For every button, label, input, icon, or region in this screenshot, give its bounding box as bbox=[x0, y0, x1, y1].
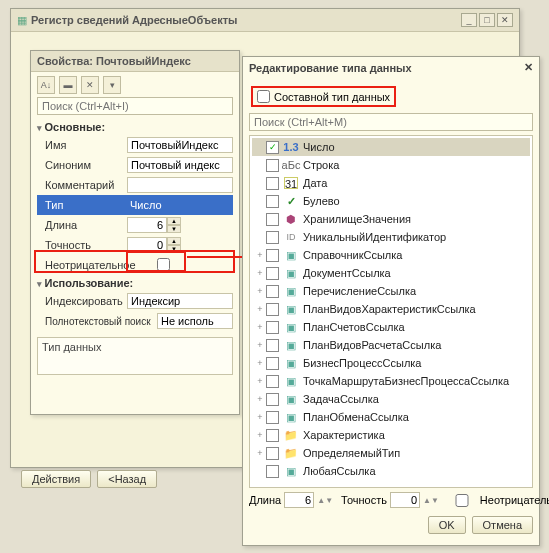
properties-window: Свойства: ПочтовыйИндекс A↓ ▬ ✕ ▾ Основн… bbox=[30, 50, 240, 415]
expander-icon[interactable]: + bbox=[254, 376, 266, 386]
dlg-search-input[interactable] bbox=[249, 113, 533, 131]
input-dlg-precision[interactable] bbox=[390, 492, 420, 508]
type-label: ПланВидовРасчетаСсылка bbox=[303, 339, 528, 351]
expander-icon[interactable]: + bbox=[254, 412, 266, 422]
input-length[interactable] bbox=[127, 217, 167, 233]
dlg-close-icon[interactable]: ✕ bbox=[524, 61, 533, 74]
type-checkbox[interactable] bbox=[266, 195, 279, 208]
type-label: Строка bbox=[303, 159, 528, 171]
back-button[interactable]: <Назад bbox=[97, 470, 157, 488]
type-checkbox[interactable] bbox=[266, 465, 279, 478]
type-item-13[interactable]: +▣ТочкаМаршрутаБизнесПроцессаСсылка bbox=[252, 372, 530, 390]
expander-icon[interactable]: + bbox=[254, 250, 266, 260]
close-icon[interactable]: ✕ bbox=[81, 76, 99, 94]
minimize-button[interactable]: _ bbox=[461, 13, 477, 27]
type-checkbox[interactable] bbox=[266, 213, 279, 226]
filter-button[interactable]: ▬ bbox=[59, 76, 77, 94]
type-checkbox[interactable] bbox=[266, 339, 279, 352]
type-item-5[interactable]: IDУникальныйИдентификатор bbox=[252, 228, 530, 246]
input-synonym[interactable] bbox=[127, 157, 233, 173]
type-item-11[interactable]: +▣ПланВидовРасчетаСсылка bbox=[252, 336, 530, 354]
type-label: ДокументСсылка bbox=[303, 267, 528, 279]
label-synonym: Синоним bbox=[37, 159, 127, 171]
expander-icon[interactable]: + bbox=[254, 286, 266, 296]
prop-type[interactable]: Тип Число bbox=[37, 195, 233, 215]
type-checkbox[interactable] bbox=[266, 303, 279, 316]
input-name[interactable] bbox=[127, 137, 233, 153]
prop-precision: Точность ▲▼ bbox=[37, 235, 233, 255]
search-input[interactable] bbox=[37, 97, 233, 115]
maximize-button[interactable]: □ bbox=[479, 13, 495, 27]
type-checkbox[interactable] bbox=[266, 159, 279, 172]
type-checkbox[interactable] bbox=[266, 357, 279, 370]
type-item-18[interactable]: ▣ЛюбаяСсылка bbox=[252, 462, 530, 480]
type-checkbox[interactable] bbox=[266, 411, 279, 424]
type-item-14[interactable]: +▣ЗадачаСсылка bbox=[252, 390, 530, 408]
type-item-7[interactable]: +▣ДокументСсылка bbox=[252, 264, 530, 282]
expander-icon[interactable]: + bbox=[254, 268, 266, 278]
type-item-12[interactable]: +▣БизнесПроцессСсылка bbox=[252, 354, 530, 372]
spin-down-2[interactable]: ▼ bbox=[167, 245, 181, 253]
type-checkbox[interactable] bbox=[266, 375, 279, 388]
type-checkbox[interactable] bbox=[266, 249, 279, 262]
type-item-1[interactable]: aБcСтрока bbox=[252, 156, 530, 174]
close-button[interactable]: ✕ bbox=[497, 13, 513, 27]
input-index[interactable] bbox=[127, 293, 233, 309]
type-item-17[interactable]: +📁ОпределяемыйТип bbox=[252, 444, 530, 462]
type-item-6[interactable]: +▣СправочникСсылка bbox=[252, 246, 530, 264]
type-checkbox[interactable] bbox=[266, 393, 279, 406]
spin-up[interactable]: ▲ bbox=[167, 217, 181, 225]
type-icon: ⬢ bbox=[283, 212, 299, 226]
spin-up-2[interactable]: ▲ bbox=[167, 237, 181, 245]
expander-icon[interactable]: + bbox=[254, 322, 266, 332]
type-item-9[interactable]: +▣ПланВидовХарактеристикСсылка bbox=[252, 300, 530, 318]
type-checkbox[interactable] bbox=[266, 285, 279, 298]
check-dlg-nonneg[interactable] bbox=[447, 494, 477, 507]
expander-icon[interactable]: + bbox=[254, 340, 266, 350]
type-icon: aБc bbox=[283, 158, 299, 172]
type-icon: 📁 bbox=[283, 428, 299, 442]
expander-icon[interactable]: + bbox=[254, 394, 266, 404]
input-fulltext[interactable] bbox=[157, 313, 233, 329]
main-title: Регистр сведений АдресныеОбъекты bbox=[31, 14, 461, 26]
input-dlg-length[interactable] bbox=[284, 492, 314, 508]
type-item-10[interactable]: +▣ПланСчетовСсылка bbox=[252, 318, 530, 336]
type-item-2[interactable]: 31Дата bbox=[252, 174, 530, 192]
type-item-15[interactable]: +▣ПланОбменаСсылка bbox=[252, 408, 530, 426]
type-item-16[interactable]: +📁Характеристика bbox=[252, 426, 530, 444]
type-item-0[interactable]: ✓1.3Число bbox=[252, 138, 530, 156]
type-item-3[interactable]: ✓Булево bbox=[252, 192, 530, 210]
section-usage[interactable]: Использование: bbox=[37, 275, 233, 291]
type-checkbox[interactable] bbox=[266, 429, 279, 442]
check-compound[interactable] bbox=[257, 90, 270, 103]
ok-button[interactable]: OK bbox=[428, 516, 466, 534]
type-checkbox[interactable] bbox=[266, 177, 279, 190]
input-precision[interactable] bbox=[127, 237, 167, 253]
type-icon: ✓ bbox=[283, 194, 299, 208]
check-nonneg[interactable] bbox=[157, 258, 170, 271]
type-checkbox[interactable] bbox=[266, 231, 279, 244]
label-precision: Точность bbox=[37, 239, 127, 251]
type-label: ОпределяемыйТип bbox=[303, 447, 528, 459]
input-comment[interactable] bbox=[127, 177, 233, 193]
type-checkbox[interactable] bbox=[266, 321, 279, 334]
spin-down[interactable]: ▼ bbox=[167, 225, 181, 233]
sort-button[interactable]: A↓ bbox=[37, 76, 55, 94]
value-type: Число bbox=[127, 199, 233, 211]
actions-button[interactable]: Действия bbox=[21, 470, 91, 488]
expander-icon[interactable]: + bbox=[254, 358, 266, 368]
type-tree[interactable]: ✓1.3ЧислоaБcСтрока31Дата✓Булево⬢Хранилищ… bbox=[249, 135, 533, 488]
dropdown-icon[interactable]: ▾ bbox=[103, 76, 121, 94]
type-checkbox[interactable] bbox=[266, 267, 279, 280]
type-checkbox[interactable]: ✓ bbox=[266, 141, 279, 154]
section-main[interactable]: Основные: bbox=[37, 119, 233, 135]
expander-icon[interactable]: + bbox=[254, 430, 266, 440]
type-icon: 31 bbox=[283, 176, 299, 190]
cancel-button[interactable]: Отмена bbox=[472, 516, 533, 534]
type-item-8[interactable]: +▣ПеречислениеСсылка bbox=[252, 282, 530, 300]
type-checkbox[interactable] bbox=[266, 447, 279, 460]
label-length: Длина bbox=[37, 219, 127, 231]
expander-icon[interactable]: + bbox=[254, 448, 266, 458]
type-item-4[interactable]: ⬢ХранилищеЗначения bbox=[252, 210, 530, 228]
expander-icon[interactable]: + bbox=[254, 304, 266, 314]
